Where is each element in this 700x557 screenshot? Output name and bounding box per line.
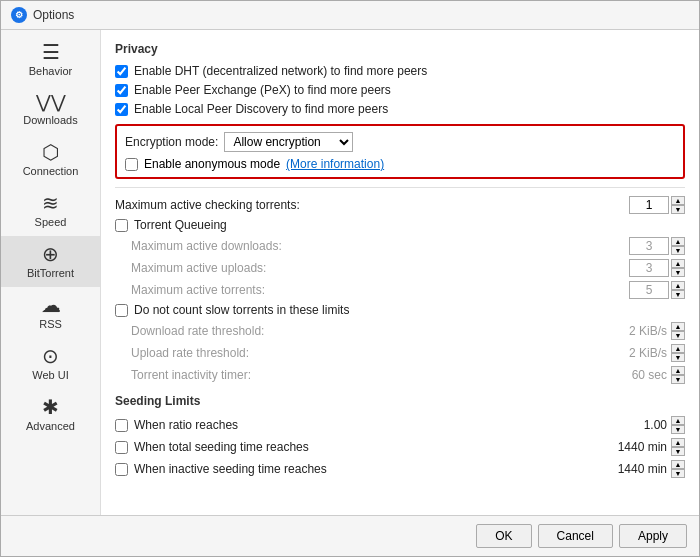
seeding-time-checkbox[interactable] xyxy=(115,441,128,454)
inactivity-value: 60 sec xyxy=(627,368,667,382)
inactivity-down[interactable]: ▼ xyxy=(671,375,685,384)
privacy-title: Privacy xyxy=(115,42,685,56)
ul-threshold-value: 2 KiB/s xyxy=(627,346,667,360)
window-title: Options xyxy=(33,8,74,22)
max-downloads-up[interactable]: ▲ xyxy=(671,237,685,246)
inactive-time-down[interactable]: ▼ xyxy=(671,469,685,478)
sidebar-item-rss[interactable]: ☁ RSS xyxy=(1,287,100,338)
seeding-time-buttons: ▲ ▼ xyxy=(671,438,685,456)
inactive-time-up[interactable]: ▲ xyxy=(671,460,685,469)
sidebar-item-webui[interactable]: ⊙ Web UI xyxy=(1,338,100,389)
bittorrent-icon: ⊕ xyxy=(42,244,59,264)
sidebar-item-connection[interactable]: ⬡ Connection xyxy=(1,134,100,185)
lpd-label: Enable Local Peer Discovery to find more… xyxy=(134,102,388,116)
sidebar-item-advanced[interactable]: ✱ Advanced xyxy=(1,389,100,440)
options-window: ⚙ Options ☰ Behavior ⋁⋁ Downloads ⬡ Conn… xyxy=(0,0,700,557)
inactive-time-value: 1440 min xyxy=(618,462,667,476)
ul-threshold-label: Upload rate threshold: xyxy=(131,346,627,360)
max-uploads-down[interactable]: ▼ xyxy=(671,268,685,277)
dl-threshold-down[interactable]: ▼ xyxy=(671,331,685,340)
anonymous-checkbox[interactable] xyxy=(125,158,138,171)
ratio-value: 1.00 xyxy=(627,418,667,432)
slow-torrents-row: Do not count slow torrents in these limi… xyxy=(115,303,685,317)
ul-threshold-down[interactable]: ▼ xyxy=(671,353,685,362)
dl-threshold-value: 2 KiB/s xyxy=(627,324,667,338)
ul-threshold-buttons: ▲ ▼ xyxy=(671,344,685,362)
sidebar-label-bittorrent: BitTorrent xyxy=(27,267,74,279)
more-info-link[interactable]: (More information) xyxy=(286,157,384,171)
ratio-up[interactable]: ▲ xyxy=(671,416,685,425)
encryption-select[interactable]: Allow encryption Force encryption Disabl… xyxy=(224,132,353,152)
seeding-time-down[interactable]: ▼ xyxy=(671,447,685,456)
seeding-time-value: 1440 min xyxy=(618,440,667,454)
window-icon: ⚙ xyxy=(11,7,27,23)
max-uploads-spinner: ▲ ▼ xyxy=(629,259,685,277)
max-torrents-spinner: ▲ ▼ xyxy=(629,281,685,299)
slow-torrents-checkbox[interactable] xyxy=(115,304,128,317)
dht-checkbox[interactable] xyxy=(115,65,128,78)
sidebar-item-downloads[interactable]: ⋁⋁ Downloads xyxy=(1,85,100,134)
max-torrents-down[interactable]: ▼ xyxy=(671,290,685,299)
inactive-time-checkbox[interactable] xyxy=(115,463,128,476)
pex-checkbox[interactable] xyxy=(115,84,128,97)
lpd-row: Enable Local Peer Discovery to find more… xyxy=(115,102,685,116)
rss-icon: ☁ xyxy=(41,295,61,315)
inactivity-row: Torrent inactivity timer: 60 sec ▲ ▼ xyxy=(131,366,685,384)
seeding-time-up[interactable]: ▲ xyxy=(671,438,685,447)
apply-button[interactable]: Apply xyxy=(619,524,687,548)
seeding-time-label: When total seeding time reaches xyxy=(134,440,618,454)
ratio-label: When ratio reaches xyxy=(134,418,627,432)
max-uploads-input[interactable] xyxy=(629,259,669,277)
inactive-time-buttons: ▲ ▼ xyxy=(671,460,685,478)
seeding-time-row: When total seeding time reaches 1440 min… xyxy=(115,438,685,456)
max-downloads-down[interactable]: ▼ xyxy=(671,246,685,255)
inactivity-buttons: ▲ ▼ xyxy=(671,366,685,384)
sidebar-label-webui: Web UI xyxy=(32,369,68,381)
max-downloads-spinner: ▲ ▼ xyxy=(629,237,685,255)
max-checking-input[interactable] xyxy=(629,196,669,214)
main-content: ☰ Behavior ⋁⋁ Downloads ⬡ Connection ≋ S… xyxy=(1,30,699,515)
anonymous-label: Enable anonymous mode xyxy=(144,157,280,171)
max-checking-row: Maximum active checking torrents: ▲ ▼ xyxy=(115,196,685,214)
sidebar-label-downloads: Downloads xyxy=(23,114,77,126)
inactivity-up[interactable]: ▲ xyxy=(671,366,685,375)
ul-threshold-row: Upload rate threshold: 2 KiB/s ▲ ▼ xyxy=(131,344,685,362)
ok-button[interactable]: OK xyxy=(476,524,531,548)
anonymous-row: Enable anonymous mode (More information) xyxy=(125,157,675,171)
webui-icon: ⊙ xyxy=(42,346,59,366)
sidebar-label-speed: Speed xyxy=(35,216,67,228)
max-uploads-up[interactable]: ▲ xyxy=(671,259,685,268)
sidebar-item-bittorrent[interactable]: ⊕ BitTorrent xyxy=(1,236,100,287)
encryption-mode-row: Encryption mode: Allow encryption Force … xyxy=(125,132,675,152)
sidebar-item-speed[interactable]: ≋ Speed xyxy=(1,185,100,236)
lpd-checkbox[interactable] xyxy=(115,103,128,116)
inactive-time-label: When inactive seeding time reaches xyxy=(134,462,618,476)
max-downloads-row: Maximum active downloads: ▲ ▼ xyxy=(131,237,685,255)
queueing-checkbox[interactable] xyxy=(115,219,128,232)
sidebar-item-behavior[interactable]: ☰ Behavior xyxy=(1,34,100,85)
ul-threshold-up[interactable]: ▲ xyxy=(671,344,685,353)
ratio-down[interactable]: ▼ xyxy=(671,425,685,434)
max-downloads-label: Maximum active downloads: xyxy=(131,239,629,253)
ratio-checkbox[interactable] xyxy=(115,419,128,432)
pex-label: Enable Peer Exchange (PeX) to find more … xyxy=(134,83,391,97)
ratio-buttons: ▲ ▼ xyxy=(671,416,685,434)
title-bar: ⚙ Options xyxy=(1,1,699,30)
seeding-section: Seeding Limits When ratio reaches 1.00 ▲… xyxy=(115,394,685,478)
max-downloads-input[interactable] xyxy=(629,237,669,255)
sidebar: ☰ Behavior ⋁⋁ Downloads ⬡ Connection ≋ S… xyxy=(1,30,101,515)
max-uploads-label: Maximum active uploads: xyxy=(131,261,629,275)
max-torrents-up[interactable]: ▲ xyxy=(671,281,685,290)
max-torrents-input[interactable] xyxy=(629,281,669,299)
connection-icon: ⬡ xyxy=(42,142,59,162)
max-checking-down[interactable]: ▼ xyxy=(671,205,685,214)
pex-row: Enable Peer Exchange (PeX) to find more … xyxy=(115,83,685,97)
dl-threshold-up[interactable]: ▲ xyxy=(671,322,685,331)
max-checking-buttons: ▲ ▼ xyxy=(671,196,685,214)
behavior-icon: ☰ xyxy=(42,42,60,62)
inactive-time-row: When inactive seeding time reaches 1440 … xyxy=(115,460,685,478)
cancel-button[interactable]: Cancel xyxy=(538,524,613,548)
max-uploads-buttons: ▲ ▼ xyxy=(671,259,685,277)
max-checking-up[interactable]: ▲ xyxy=(671,196,685,205)
sidebar-label-behavior: Behavior xyxy=(29,65,72,77)
